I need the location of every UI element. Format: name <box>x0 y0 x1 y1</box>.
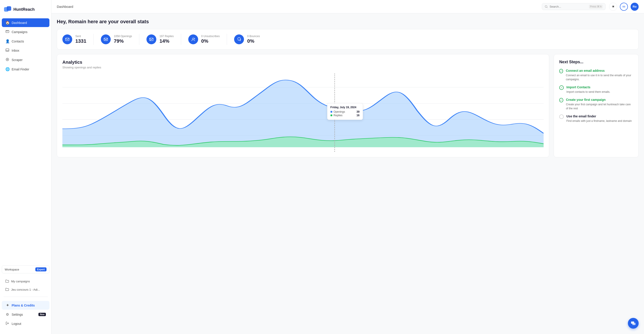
tooltip-replies-label: Replies <box>334 114 355 117</box>
page-greeting: Hey, Romain here are your overall stats <box>57 19 639 24</box>
svg-rect-1 <box>7 6 11 11</box>
sent-icon <box>62 34 72 44</box>
folder-section: My campaigns Jeu concours 1 - Adi... <box>0 276 51 295</box>
search-shortcut: Press ⌘ h <box>589 5 603 8</box>
logout-icon <box>5 322 10 326</box>
logo-text: HuntReach <box>14 7 35 12</box>
replies-dot <box>330 114 332 116</box>
avatar[interactable]: Ro <box>630 3 639 11</box>
sidebar-item-label: Dashboard <box>12 21 27 24</box>
header-title: Dashboard <box>57 5 538 8</box>
step-empty-icon <box>559 114 564 119</box>
search-input[interactable] <box>550 5 587 8</box>
chart-container: Friday, July 19, 2024 Openings 39 Replie… <box>62 74 544 152</box>
sidebar-item-settings[interactable]: ⚙ Settings New <box>2 310 50 319</box>
stat-divider <box>139 34 139 45</box>
svg-rect-7 <box>66 38 69 41</box>
openings-dot <box>330 111 332 113</box>
logo: HuntReach <box>0 4 51 18</box>
bottom-grid: Analytics Showing openings and replies <box>57 54 639 158</box>
workspace-badge[interactable]: Workspace Expert <box>2 265 50 274</box>
stat-divider <box>227 34 227 45</box>
step-title[interactable]: Connect an email address <box>566 69 633 72</box>
sidebar-item-inbox[interactable]: Inbox <box>2 46 50 55</box>
svg-rect-19 <box>632 323 636 325</box>
stat-bounces: 0 Bounces 0% <box>234 34 260 44</box>
svg-point-5 <box>7 59 8 60</box>
sent-value: 1331 <box>75 38 86 44</box>
infinity-button[interactable]: ∞ <box>620 3 628 11</box>
theme-toggle-button[interactable]: ☀ <box>609 3 617 11</box>
step-desc: Create your first campaign and let huntr… <box>566 102 633 110</box>
step-check-icon: ✓ <box>559 98 563 102</box>
analytics-subtitle: Showing openings and replies <box>62 66 544 69</box>
tooltip-openings-row: Openings 39 <box>330 110 360 113</box>
sidebar-item-contacts[interactable]: 👤 Contacts <box>2 37 50 46</box>
analytics-card: Analytics Showing openings and replies <box>57 54 549 158</box>
openings-icon <box>101 34 111 44</box>
tooltip-replies-value: 16 <box>356 114 359 117</box>
unsubscribes-icon <box>188 34 198 44</box>
sidebar-item-label: Contacts <box>12 40 24 43</box>
expert-badge: Expert <box>35 268 46 272</box>
sidebar-bottom: ✦ Plans & Credits ⚙ Settings New Logout <box>0 299 51 330</box>
workspace-label: Workspace <box>5 268 19 271</box>
step-check-icon: ✓ <box>559 69 563 73</box>
content-area: Hey, Romain here are your overall stats … <box>52 14 644 334</box>
step-connect-email: ✓ Connect an email address Connect an em… <box>559 69 633 82</box>
campaigns-icon <box>5 30 10 34</box>
stat-sent: Sent 1331 <box>62 34 86 44</box>
search-icon <box>545 5 548 8</box>
step-title[interactable]: Import Contacts <box>566 86 610 89</box>
home-icon: 🏠 <box>5 20 10 25</box>
sidebar-navigation: 🏠 Dashboard Campaigns 👤 Contacts Inbox S… <box>0 18 51 263</box>
sidebar-item-dashboard[interactable]: 🏠 Dashboard <box>2 18 50 27</box>
openings-label: 1058 Openings <box>114 35 132 38</box>
analytics-title: Analytics <box>62 60 544 65</box>
folder-item-my-campaigns[interactable]: My campaigns <box>2 278 50 285</box>
replies-value: 14% <box>160 38 174 44</box>
step-desc: Import contacts to send them emails. <box>566 90 610 94</box>
folder-label: My campaigns <box>11 280 30 283</box>
plans-label: Plans & Credits <box>12 304 35 307</box>
folder-label: Jeu concours 1 - Adi... <box>11 288 40 291</box>
step-first-campaign: ✓ Create your first campaign Create your… <box>559 98 633 110</box>
unsubscribes-label: 0 Unsubscribes <box>201 35 220 38</box>
settings-label: Settings <box>12 313 23 316</box>
new-badge: New <box>38 313 46 316</box>
bounces-label: 0 Bounces <box>247 35 260 38</box>
search-bar[interactable]: Press ⌘ h <box>542 3 606 10</box>
step-email-finder: Use the email finder Find emails with ju… <box>559 114 633 123</box>
header-actions: ☀ ∞ Ro <box>609 3 639 11</box>
tooltip-openings-label: Openings <box>334 110 355 113</box>
next-steps-title: Next Steps... <box>559 60 633 64</box>
svg-point-10 <box>192 38 194 40</box>
bounces-value: 0% <box>247 38 260 44</box>
logo-icon <box>4 5 12 14</box>
inbox-icon <box>5 48 10 53</box>
plans-icon: ✦ <box>5 303 10 308</box>
scraper-icon <box>5 58 10 62</box>
sidebar-item-scraper[interactable]: Scraper <box>2 56 50 64</box>
folder-icon <box>5 288 9 292</box>
step-desc: Connect an email to use it in to send th… <box>566 73 633 82</box>
stat-unsubscribes: 0 Unsubscribes 0% <box>188 34 220 44</box>
tooltip-replies-row: Replies 16 <box>330 114 360 117</box>
sidebar-item-email-finder[interactable]: 🌐 Email Finder <box>2 65 50 74</box>
stat-replies: 197 Replies 14% <box>146 34 174 44</box>
float-chat-button[interactable] <box>628 318 639 329</box>
unsubscribes-value: 0% <box>201 38 220 44</box>
chart-tooltip: Friday, July 19, 2024 Openings 39 Replie… <box>327 103 363 120</box>
sidebar-item-label: Scraper <box>12 58 22 62</box>
contacts-icon: 👤 <box>5 39 10 43</box>
sidebar-divider <box>4 297 48 297</box>
sidebar-item-plans-credits[interactable]: ✦ Plans & Credits <box>2 301 50 310</box>
folder-item-jeu-concours[interactable]: Jeu concours 1 - Adi... <box>2 286 50 294</box>
svg-rect-3 <box>6 49 9 52</box>
step-title[interactable]: Create your first campaign <box>566 98 633 102</box>
sidebar-item-logout[interactable]: Logout <box>2 319 50 328</box>
step-title[interactable]: Use the email finder <box>566 114 632 118</box>
stats-card: Sent 1331 1058 Openings 79% <box>57 29 639 50</box>
sidebar-item-campaigns[interactable]: Campaigns <box>2 28 50 36</box>
sidebar: HuntReach 🏠 Dashboard Campaigns 👤 Contac… <box>0 0 52 334</box>
